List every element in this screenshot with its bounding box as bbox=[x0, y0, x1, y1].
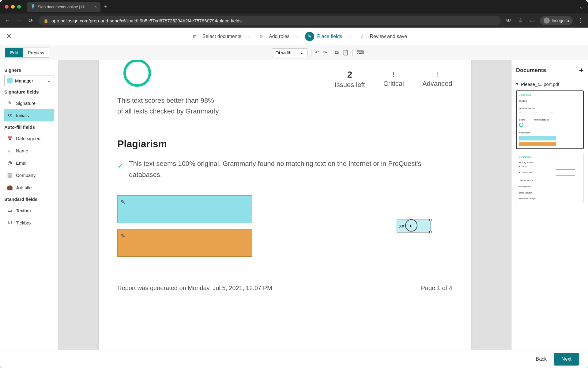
back-button[interactable]: Back bbox=[536, 356, 547, 362]
placed-signature-field-2[interactable]: ✎ bbox=[117, 229, 252, 257]
zoom-select[interactable]: Fit width ⌄ bbox=[272, 48, 307, 57]
field-signature[interactable]: ✎ Signature bbox=[4, 97, 54, 109]
document-icon: 🗎 bbox=[190, 32, 199, 41]
paste-icon[interactable]: 📋 bbox=[342, 49, 349, 56]
field-job-title[interactable]: 💼 Job title bbox=[4, 181, 54, 194]
url-text: app.hellosign.com/prep-and-send/c61bafdf… bbox=[51, 18, 242, 23]
field-company[interactable]: 🏢 Company bbox=[4, 169, 54, 181]
field-textbox[interactable]: ▭ Textbox bbox=[4, 204, 54, 217]
stat-label: Issues left bbox=[335, 81, 365, 89]
marker-icon: ✎ bbox=[305, 32, 314, 41]
person-icon: ☺ bbox=[7, 148, 13, 154]
reload-button[interactable]: ⟳ bbox=[27, 17, 34, 24]
panel-icon[interactable]: ▭ bbox=[528, 17, 536, 24]
preview-mode-button[interactable]: Preview bbox=[23, 48, 49, 57]
browser-tab-bar: Sign documents online | HelloS × + ⌄ bbox=[0, 0, 588, 13]
stat-advanced: ! Advanced bbox=[422, 71, 452, 88]
building-icon: 🏢 bbox=[7, 172, 13, 178]
close-workflow-button[interactable]: ✕ bbox=[6, 33, 15, 40]
bookmark-icon[interactable]: ☆ bbox=[517, 17, 524, 24]
field-label: Email bbox=[16, 160, 28, 166]
undo-button[interactable]: ↶ bbox=[315, 49, 319, 56]
resize-handle[interactable] bbox=[429, 219, 432, 221]
thumb-title: Untitled bbox=[519, 100, 581, 103]
redo-button[interactable]: ↷ bbox=[323, 49, 327, 56]
page-thumbnail-2[interactable]: ● grammarly Writing Issues ● Clarity ● C… bbox=[516, 153, 584, 203]
step-add-roles[interactable]: ☺ Add roles bbox=[257, 32, 290, 41]
resize-handle[interactable] bbox=[395, 231, 397, 233]
step-label: Select documents bbox=[202, 34, 241, 39]
document-canvas[interactable]: 2 Issues left ! Critical ! Advanced This… bbox=[58, 60, 511, 350]
document-item[interactable]: ▾ Please_c...port.pdf ⋮ bbox=[516, 81, 584, 87]
person-icon: ☺ bbox=[257, 32, 266, 41]
page-thumbnail-1[interactable]: ● grammarly Untitled General metrics ———… bbox=[516, 90, 584, 149]
documents-sidebar: Documents + ▾ Please_c...port.pdf ⋮ ● gr… bbox=[511, 60, 588, 350]
stat-label: Critical bbox=[383, 80, 404, 88]
divider bbox=[352, 49, 353, 56]
browser-tab[interactable]: Sign documents online | HelloS × bbox=[27, 2, 100, 12]
documents-title: Documents bbox=[516, 67, 546, 74]
workflow-header: ✕ 🗎 Select documents → ☺ Add roles → ✎ P… bbox=[0, 28, 588, 45]
close-tab-icon[interactable]: × bbox=[94, 4, 97, 9]
url-field[interactable]: 🔒 app.hellosign.com/prep-and-send/c61baf… bbox=[39, 16, 501, 25]
field-label: Tickbox bbox=[16, 220, 32, 225]
resize-handle[interactable] bbox=[429, 231, 432, 233]
stat-critical: ! Critical bbox=[383, 71, 404, 88]
incognito-badge[interactable]: Incognito bbox=[540, 16, 573, 25]
chevron-right-icon: → bbox=[348, 34, 352, 39]
eye-off-icon[interactable]: 👁 bbox=[505, 17, 512, 24]
placed-signature-field-1[interactable]: ✎ bbox=[117, 195, 252, 223]
stat-label: Advanced bbox=[422, 80, 452, 88]
stat-value: ! bbox=[422, 71, 452, 79]
signer-name: Manager bbox=[15, 78, 33, 83]
signature-icon: ✎ bbox=[121, 233, 125, 239]
maximize-window-icon[interactable] bbox=[17, 5, 21, 9]
signature-icon: ✎ bbox=[121, 199, 125, 205]
divider bbox=[117, 129, 452, 129]
incognito-icon bbox=[544, 17, 550, 24]
score-description: This text scores better than 98% of all … bbox=[117, 95, 452, 117]
step-select-documents[interactable]: 🗎 Select documents bbox=[190, 32, 241, 41]
initials-label: XX bbox=[399, 224, 404, 228]
field-label: Signature bbox=[16, 101, 36, 106]
copy-icon[interactable]: ⧉ bbox=[335, 50, 339, 56]
field-date-signed[interactable]: 📅 Date signed bbox=[4, 132, 54, 144]
calendar-icon: 📅 bbox=[7, 135, 13, 141]
field-label: Textbox bbox=[16, 208, 32, 213]
dragging-initials-field[interactable]: XX ▸ bbox=[396, 220, 431, 232]
field-initials[interactable]: XX Initials bbox=[4, 109, 54, 121]
forward-button[interactable]: → bbox=[15, 17, 23, 24]
field-tickbox[interactable]: ☑ Tickbox bbox=[4, 217, 54, 229]
kebab-menu-icon[interactable]: ⋮ bbox=[577, 17, 584, 24]
next-button[interactable]: Next bbox=[554, 353, 579, 366]
field-name[interactable]: ☺ Name bbox=[4, 144, 54, 157]
stat-value: 2 bbox=[335, 69, 365, 80]
resize-handle[interactable] bbox=[395, 219, 397, 221]
signers-heading: Signers bbox=[4, 67, 54, 73]
new-tab-button[interactable]: + bbox=[104, 4, 107, 10]
score-circle-icon bbox=[123, 60, 151, 87]
signer-color-swatch bbox=[7, 78, 13, 83]
step-review-save[interactable]: ✓ Review and save bbox=[357, 32, 407, 41]
plagiarism-text: This text seems 100% original. Grammarly… bbox=[129, 158, 452, 180]
signature-icon: ✎ bbox=[7, 100, 13, 106]
check-icon: ✓ bbox=[117, 160, 123, 172]
report-timestamp: Report was generated on Monday, Jul 5, 2… bbox=[117, 285, 272, 292]
back-button[interactable]: ← bbox=[4, 17, 11, 24]
close-window-icon[interactable] bbox=[5, 5, 9, 9]
page-footer: Report was generated on Monday, Jul 5, 2… bbox=[117, 285, 452, 292]
checkbox-icon: ☑ bbox=[7, 220, 13, 226]
cursor-indicator-icon: ▸ bbox=[405, 219, 417, 232]
signer-dropdown[interactable]: Manager ⌄ bbox=[4, 75, 54, 86]
chevron-down-icon: ⌄ bbox=[300, 50, 304, 55]
edit-mode-button[interactable]: Edit bbox=[5, 48, 23, 57]
add-document-button[interactable]: + bbox=[579, 66, 584, 75]
field-email[interactable]: @ Email bbox=[4, 157, 54, 169]
document-menu-icon[interactable]: ⋮ bbox=[578, 81, 584, 87]
minimize-window-icon[interactable] bbox=[11, 5, 15, 9]
step-place-fields[interactable]: ✎ Place fields bbox=[305, 32, 342, 41]
keyboard-icon[interactable]: ⌨ bbox=[356, 49, 364, 56]
field-label: Name bbox=[16, 148, 28, 153]
tabs-dropdown-icon[interactable]: ⌄ bbox=[579, 4, 583, 10]
chevron-right-icon: → bbox=[247, 34, 251, 39]
